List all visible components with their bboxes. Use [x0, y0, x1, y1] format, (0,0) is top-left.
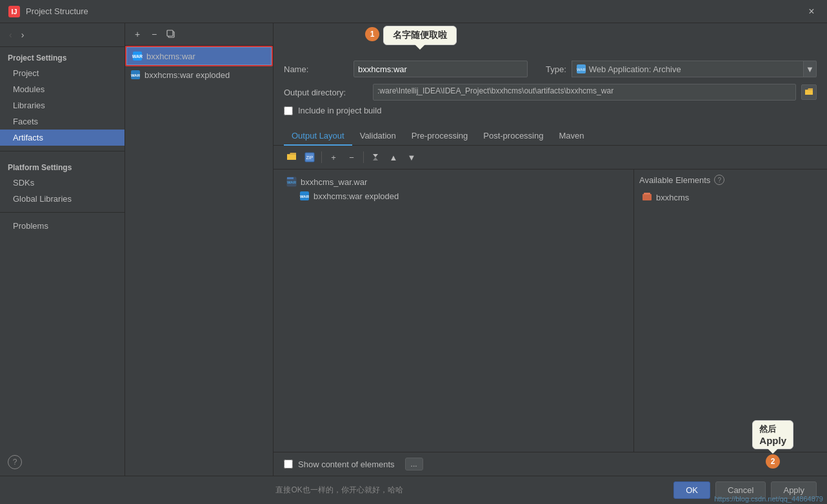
sidebar-divider [0, 151, 125, 151]
tab-validation[interactable]: Validation [352, 127, 404, 146]
include-build-label: Include in project build [298, 106, 381, 115]
footer-section: Show content of elements ... [274, 452, 827, 476]
title-bar: IJ Project Structure × [0, 0, 827, 23]
ok-button[interactable]: OK [673, 481, 710, 499]
svg-text:WAR: WAR [300, 195, 310, 199]
name-type-row: Name: Type: WAR Web Application: Archive… [284, 61, 817, 77]
project-settings-title: Project Settings [0, 47, 125, 65]
web-app-archive-icon: WAR [576, 64, 586, 74]
type-select-value: Web Application: Archive [589, 64, 681, 74]
artifact-copy-btn[interactable] [164, 27, 178, 41]
output-dir-label: Output directory: [284, 88, 368, 97]
sidebar-item-sdks[interactable]: SDKs [0, 175, 125, 191]
svg-rect-3 [167, 30, 173, 36]
svg-text:ZIP: ZIP [306, 155, 314, 160]
sidebar-item-artifacts[interactable]: Artifacts [0, 130, 125, 146]
artifact-list: WAR bxxhcms:war WAR bxxhcms:war exploded [125, 46, 273, 476]
toolbar-remove-btn[interactable]: − [344, 150, 359, 165]
nav-arrows: ‹ › [0, 23, 125, 47]
toolbar-up-btn[interactable]: ▲ [386, 150, 401, 165]
available-item-bxxhcms[interactable]: bxxhcms [639, 190, 822, 204]
dots-button[interactable]: ... [405, 458, 423, 470]
available-elements-title: Available Elements [639, 175, 710, 185]
sidebar-item-global-libraries[interactable]: Global Libraries [0, 191, 125, 207]
name-input[interactable] [354, 61, 528, 77]
type-label: Type: [546, 64, 566, 74]
sidebar-item-modules[interactable]: Modules [0, 81, 125, 97]
module-icon [642, 192, 652, 202]
tab-pre-processing[interactable]: Pre-processing [404, 127, 475, 146]
toolbar-sep-1 [321, 151, 322, 163]
right-panel: 1 名字随便取啦 Name: Type: WA [274, 23, 827, 476]
artifact-toolbar: + − [125, 23, 273, 46]
output-tree-war-exploded-label: bxxhcms:war exploded [314, 191, 399, 201]
sidebar-help-btn[interactable]: ? [8, 455, 22, 469]
output-tree: WAR bxxhcms_war.war WAR bxxhcms:war expl… [274, 170, 633, 452]
svg-text:WAR: WAR [287, 180, 297, 184]
artifact-add-btn[interactable]: + [130, 27, 144, 41]
svg-rect-20 [644, 193, 650, 195]
callout-2-apply: Apply [759, 435, 786, 446]
show-content-checkbox[interactable] [284, 460, 293, 469]
war-ref-icon: WAR [299, 191, 310, 201]
artifact-item-war[interactable]: WAR bxxhcms:war [126, 47, 272, 65]
tab-post-processing[interactable]: Post-processing [475, 127, 551, 146]
tab-output-layout[interactable]: Output Layout [284, 127, 352, 146]
type-select-dropdown-btn[interactable]: ▼ [804, 61, 817, 77]
tab-maven[interactable]: Maven [551, 127, 592, 146]
svg-text:WAR: WAR [132, 54, 143, 59]
bottom-link[interactable]: https://blog.csdn.net/qq_44864879 [710, 494, 827, 504]
nav-forward[interactable]: › [19, 28, 27, 41]
type-select-container: WAR Web Application: Archive ▼ [572, 61, 817, 77]
window-title: Project Structure [26, 6, 88, 16]
nav-back[interactable]: ‹ [6, 28, 15, 41]
output-dir-input[interactable]: :ware\Intellij_IDEA\IDEA_Project\bxxhcms… [373, 84, 796, 101]
tabs-container: Output Layout Validation Pre-processing … [274, 127, 827, 146]
toolbar-down-btn[interactable]: ▼ [404, 150, 419, 165]
toolbar-sep-2 [363, 151, 364, 163]
output-tree-item-war-file[interactable]: WAR bxxhcms_war.war [284, 175, 623, 189]
svg-text:WAR: WAR [131, 73, 141, 77]
toolbar-archive-btn[interactable]: ZIP [302, 150, 317, 165]
name-label: Name: [284, 64, 348, 74]
sidebar-divider-2 [0, 212, 125, 213]
artifact-remove-btn[interactable]: − [147, 27, 161, 41]
available-elements-help[interactable]: ? [714, 175, 724, 185]
dialog-bottom: 直接OK也一样的，你开心就好，哈哈 OK Cancel Apply 然后 App… [0, 476, 827, 504]
form-section: Name: Type: WAR Web Application: Archive… [274, 53, 827, 127]
output-dir-row: Output directory: :ware\Intellij_IDEA\ID… [284, 84, 817, 101]
output-dir-folder-btn[interactable] [801, 84, 817, 100]
available-item-label: bxxhcms [656, 193, 689, 202]
artifact-panel: + − WAR bxxhcms:war [125, 23, 274, 476]
svg-text:WAR: WAR [577, 68, 586, 72]
sidebar-item-problems[interactable]: Problems [0, 218, 125, 234]
platform-settings-title: Platform Settings [0, 157, 125, 175]
artifact-item-war-label: bxxhcms:war [146, 52, 195, 61]
svg-text:IJ: IJ [11, 8, 17, 15]
sidebar-item-facets[interactable]: Facets [0, 113, 125, 130]
sidebar-item-libraries[interactable]: Libraries [0, 97, 125, 113]
artifact-item-war-exploded-label: bxxhcms:war exploded [144, 70, 230, 80]
svg-rect-11 [287, 155, 296, 160]
callout-text: 名字随便取啦 [393, 30, 447, 40]
artifact-item-war-exploded[interactable]: WAR bxxhcms:war exploded [125, 66, 273, 83]
output-tree-item-war-exploded-ref[interactable]: WAR bxxhcms:war exploded [297, 189, 623, 203]
war-icon: WAR [132, 51, 143, 61]
available-elements-header: Available Elements ? [639, 175, 822, 185]
toolbar-folder-btn[interactable] [284, 150, 299, 165]
close-button[interactable]: × [804, 4, 819, 19]
callout-bubble-2: 然后 Apply [752, 420, 793, 449]
toolbar-add-btn[interactable]: + [326, 150, 341, 165]
main-content: ‹ › Project Settings Project Modules Lib… [0, 23, 827, 476]
callout-badge-2: 2 [766, 454, 780, 469]
output-toolbar: ZIP + − ▲ ▼ [274, 146, 827, 170]
dialog-bottom-text: 直接OK也一样的，你开心就好，哈哈 [10, 485, 668, 496]
app-icon: IJ [8, 5, 21, 18]
callout-2-text: 然后 [759, 424, 776, 434]
show-content-label: Show content of elements [298, 460, 395, 469]
callout-badge-1: 1 [365, 27, 379, 41]
sidebar-item-project[interactable]: Project [0, 65, 125, 81]
include-build-checkbox[interactable] [284, 106, 293, 115]
toolbar-sort-btn[interactable] [368, 150, 383, 165]
war-exploded-icon: WAR [130, 70, 141, 80]
